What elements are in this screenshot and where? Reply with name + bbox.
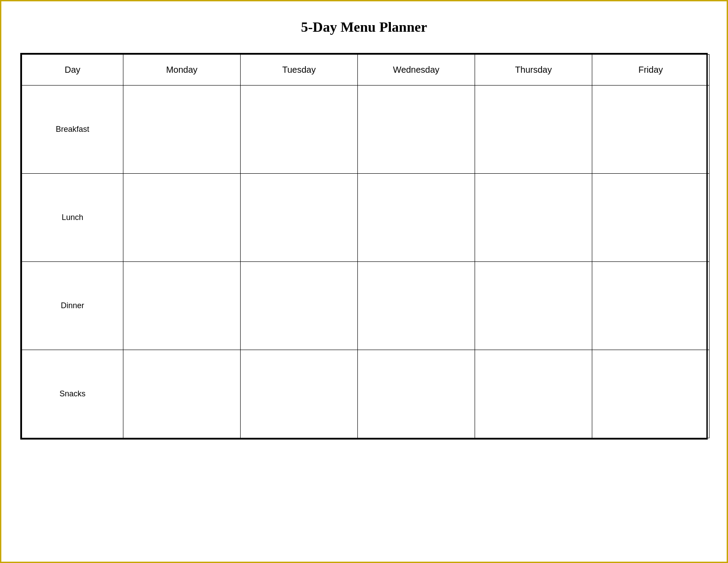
breakfast-monday[interactable] (123, 86, 241, 174)
dinner-friday[interactable] (592, 262, 709, 350)
breakfast-tuesday[interactable] (241, 86, 358, 174)
snacks-thursday[interactable] (475, 350, 592, 438)
lunch-monday[interactable] (123, 174, 241, 262)
dinner-wednesday[interactable] (358, 262, 475, 350)
menu-planner-table: Day Monday Tuesday Wednesday Thursday Fr… (22, 54, 709, 438)
dinner-label: Dinner (22, 262, 123, 350)
lunch-row: Lunch (22, 174, 709, 262)
page-title: 5-Day Menu Planner (301, 19, 427, 35)
lunch-label: Lunch (22, 174, 123, 262)
snacks-label: Snacks (22, 350, 123, 438)
snacks-row: Snacks (22, 350, 709, 438)
snacks-monday[interactable] (123, 350, 241, 438)
planner-table-container: Day Monday Tuesday Wednesday Thursday Fr… (20, 53, 708, 440)
breakfast-label: Breakfast (22, 86, 123, 174)
lunch-friday[interactable] (592, 174, 709, 262)
col-header-tuesday: Tuesday (241, 55, 358, 86)
lunch-thursday[interactable] (475, 174, 592, 262)
dinner-monday[interactable] (123, 262, 241, 350)
lunch-tuesday[interactable] (241, 174, 358, 262)
lunch-wednesday[interactable] (358, 174, 475, 262)
breakfast-wednesday[interactable] (358, 86, 475, 174)
col-header-wednesday: Wednesday (358, 55, 475, 86)
col-header-friday: Friday (592, 55, 709, 86)
col-header-day: Day (22, 55, 123, 86)
snacks-tuesday[interactable] (241, 350, 358, 438)
col-header-thursday: Thursday (475, 55, 592, 86)
dinner-tuesday[interactable] (241, 262, 358, 350)
breakfast-row: Breakfast (22, 86, 709, 174)
header-row: Day Monday Tuesday Wednesday Thursday Fr… (22, 55, 709, 86)
breakfast-friday[interactable] (592, 86, 709, 174)
snacks-friday[interactable] (592, 350, 709, 438)
dinner-thursday[interactable] (475, 262, 592, 350)
col-header-monday: Monday (123, 55, 241, 86)
dinner-row: Dinner (22, 262, 709, 350)
snacks-wednesday[interactable] (358, 350, 475, 438)
breakfast-thursday[interactable] (475, 86, 592, 174)
